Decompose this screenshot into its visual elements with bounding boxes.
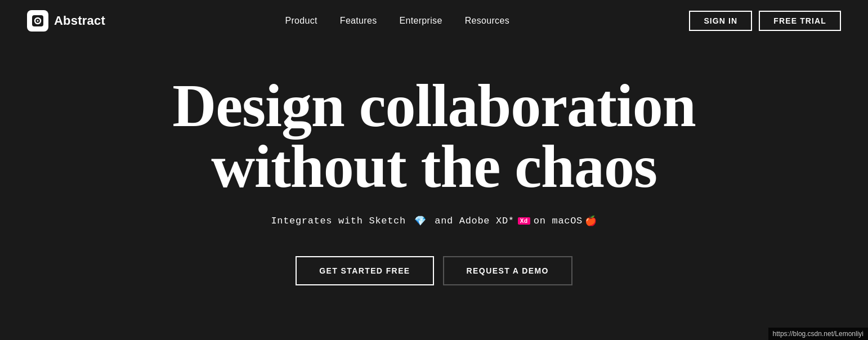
svg-point-1: [43, 18, 47, 23]
nav-actions: SIGN IN FREE TRIAL: [680, 9, 834, 32]
hero-title: Design collaboration without the chaos: [155, 74, 713, 207]
hero-section: Design collaboration without the chaos I…: [0, 41, 868, 320]
macos-emoji: 🍎: [602, 225, 615, 238]
logo-text: Abstract: [63, 13, 115, 28]
subtitle-and: and Adobe XD*: [422, 226, 518, 237]
xd-badge: Xd: [521, 227, 535, 236]
footer-url: https://blog.csdn.net/Lemonliyi: [763, 327, 861, 335]
nav-links: Product Features Enterprise Resources: [274, 15, 522, 26]
nav-item-features[interactable]: Features: [335, 15, 375, 26]
subtitle-on: on macOS: [538, 226, 599, 237]
nav-link-resources[interactable]: Resources: [474, 15, 521, 25]
request-demo-button[interactable]: REQUEST A DEMO: [443, 266, 572, 297]
navbar: Abstract Product Features Enterprise Res…: [0, 0, 868, 41]
nav-link-product[interactable]: Product: [274, 15, 308, 25]
logo[interactable]: Abstract: [34, 9, 115, 32]
nav-link-enterprise[interactable]: Enterprise: [401, 15, 447, 25]
nav-item-resources[interactable]: Resources: [474, 15, 521, 26]
signin-button[interactable]: SIGN IN: [680, 9, 743, 32]
nav-item-product[interactable]: Product: [274, 15, 308, 26]
get-started-button[interactable]: GET STARTED FREE: [296, 266, 433, 297]
nav-link-features[interactable]: Features: [335, 15, 375, 25]
sketch-emoji: 💎: [407, 225, 420, 238]
hero-buttons: GET STARTED FREE REQUEST A DEMO: [296, 266, 572, 297]
logo-icon: [34, 9, 56, 32]
hero-subtitle: Integrates with Sketch 💎 and Adobe XD* X…: [253, 225, 615, 238]
subtitle-text: Integrates with Sketch: [253, 226, 405, 237]
freetrial-button[interactable]: FREE TRIAL: [752, 9, 834, 32]
nav-item-enterprise[interactable]: Enterprise: [401, 15, 447, 26]
hero-title-line2: without the chaos: [196, 137, 672, 211]
hero-title-line1: Design collaboration: [155, 70, 713, 144]
